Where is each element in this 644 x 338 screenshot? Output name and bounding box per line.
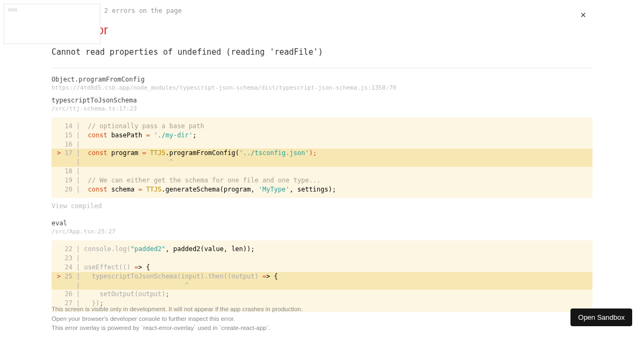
divider — [52, 68, 592, 68]
frame-location: https://4td8d5.csb.app/node_modules/type… — [52, 84, 644, 91]
frame-function: eval — [52, 219, 644, 227]
frame-location: /src/ttj-schema.ts:17:23 — [52, 105, 644, 112]
error-message: Cannot read properties of undefined (rea… — [52, 47, 644, 57]
close-icon[interactable]: × — [580, 10, 586, 21]
error-nav: ← → 1 of 2 errors on the page — [52, 5, 644, 16]
footer-line: Open your browser's developer console to… — [52, 314, 303, 324]
stack-frame: Object.programFromConfig https://4td8d5.… — [52, 76, 644, 91]
code-snippet: 14 | // optionally pass a base path 15 |… — [52, 117, 592, 198]
frame-function: typescriptToJsonSchema — [52, 97, 644, 104]
background-app-snippet: aaa — [4, 4, 100, 44]
code-snippet: 22 | console.log("padded2", padded2(valu… — [52, 240, 592, 312]
stack-frame: typescriptToJsonSchema /src/ttj-schema.t… — [52, 97, 644, 112]
overlay-footer: This screen is visible only in developme… — [52, 305, 303, 333]
view-compiled-link[interactable]: View compiled — [52, 202, 644, 210]
footer-line: This screen is visible only in developme… — [52, 305, 303, 314]
error-type: TypeError — [52, 23, 644, 38]
error-overlay: × ← → 1 of 2 errors on the page TypeErro… — [0, 0, 644, 338]
open-sandbox-button[interactable]: Open Sandbox — [570, 308, 632, 326]
footer-line: This error overlay is powered by `react-… — [52, 324, 303, 333]
frame-function: Object.programFromConfig — [52, 76, 644, 83]
stack-frame: eval /src/App.tsx:25:27 — [52, 219, 644, 235]
frame-location: /src/App.tsx:25:27 — [52, 228, 644, 235]
